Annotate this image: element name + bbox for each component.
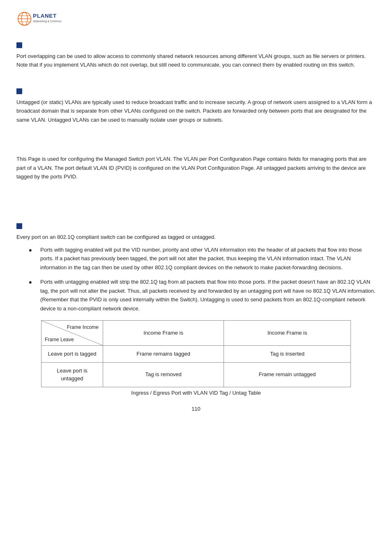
bullet-item-2: • Ports with untagging enabled will stri… <box>29 278 376 313</box>
section3-text: This Page is used for configuring the Ma… <box>16 155 376 181</box>
table-row-1: Leave port is tagged Frame remains tagge… <box>42 346 351 363</box>
table-col1-header: Income Frame is <box>103 321 224 346</box>
section2-marker <box>16 88 22 94</box>
planet-logo: PLANET Networking & Communication <box>16 8 62 31</box>
logo-area: PLANET Networking & Communication <box>16 8 376 31</box>
section1: Port overlapping can be used to allow ac… <box>16 38 376 69</box>
bullet-dot-1: • <box>29 245 36 255</box>
table-caption: Ingress / Egress Port with VLAN VID Tag … <box>41 390 351 396</box>
row1-col2: Tag is inserted <box>224 346 351 363</box>
table-row-2: Leave port is untagged Tag is removed Fr… <box>42 362 351 387</box>
row2-col1: Tag is removed <box>103 362 224 387</box>
bullet-list: • Ports with tagging enabled will put th… <box>29 245 376 313</box>
vlan-table-wrap: Frame Income Frame Leave Income Frame is… <box>41 320 351 396</box>
row2-leave: Leave port is untagged <box>42 362 103 387</box>
bullet-dot-2: • <box>29 278 36 287</box>
table-col2-header: Income Frame is <box>224 321 351 346</box>
section2-text: Untagged (or static) VLANs are typically… <box>16 98 376 124</box>
table-diagonal-header: Frame Income Frame Leave <box>42 321 103 346</box>
section2: Untagged (or static) VLANs are typically… <box>16 84 376 124</box>
section4-intro: Every port on an 802.1Q compliant switch… <box>16 233 376 241</box>
page-number: 110 <box>16 406 376 412</box>
section1-marker <box>16 42 22 48</box>
svg-text:Networking & Communication: Networking & Communication <box>33 20 62 23</box>
bullet-item-1: • Ports with tagging enabled will put th… <box>29 245 376 272</box>
row1-col1: Frame remains tagged <box>103 346 224 363</box>
section3: This Page is used for configuring the Ma… <box>16 155 376 181</box>
section4-marker <box>16 223 22 229</box>
bullet-text-1: Ports with tagging enabled will put the … <box>40 245 376 272</box>
diagonal-bottom-label: Frame Leave <box>45 336 74 343</box>
section4: Every port on an 802.1Q compliant switch… <box>16 219 376 313</box>
row2-col2: Frame remain untagged <box>224 362 351 387</box>
row1-leave: Leave port is tagged <box>42 346 103 363</box>
diagonal-top-label: Frame Income <box>67 324 99 331</box>
section1-text: Port overlapping can be used to allow ac… <box>16 52 376 69</box>
bullet-text-2: Ports with untagging enabled will strip … <box>40 278 376 313</box>
vlan-table: Frame Income Frame Leave Income Frame is… <box>41 320 351 387</box>
svg-text:PLANET: PLANET <box>33 13 57 19</box>
